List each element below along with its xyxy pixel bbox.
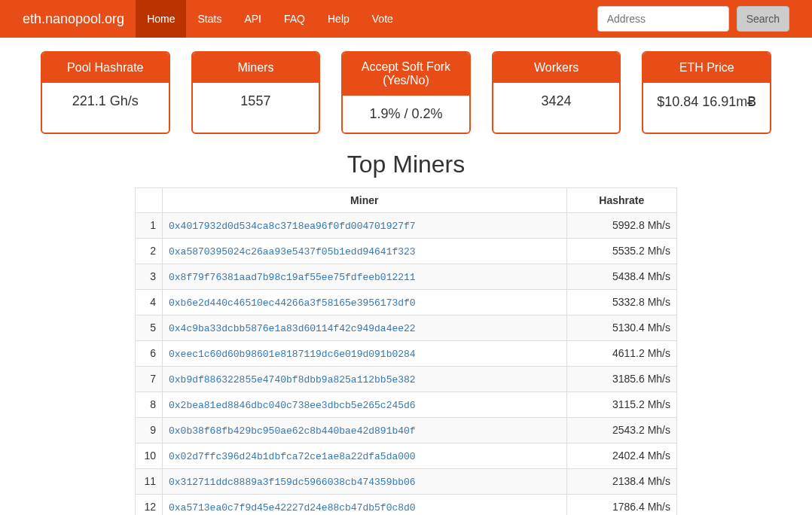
- miner-cell: 0xeec1c60d60b98601e8187119dc6e019d091b02…: [163, 340, 567, 366]
- hashrate-cell: 5438.4 Mh/s: [566, 264, 676, 289]
- table-row: 10x4017932d0d534ca8c3718ea96f0fd00470192…: [136, 212, 677, 238]
- nav-item-faq[interactable]: FAQ: [273, 0, 316, 38]
- table-row: 100x02d7ffc396d24b1dbfca72ce1ae8a22dfa5d…: [136, 443, 677, 468]
- table-header-row: Miner Hashrate: [136, 187, 677, 212]
- nav-link[interactable]: Vote: [361, 0, 404, 38]
- nav-item-vote[interactable]: Vote: [361, 0, 404, 38]
- stat-title: Workers: [493, 53, 620, 83]
- miner-link[interactable]: 0xa5713ea0c7f9d45e42227d24e88cb47db5f0c8…: [169, 502, 416, 513]
- rank-cell: 11: [136, 468, 163, 494]
- table-row: 50x4c9ba33dcbb5876e1a83d60114f42c949da4e…: [136, 315, 677, 340]
- nav-link[interactable]: Help: [316, 0, 361, 38]
- top-miners-table: Miner Hashrate 10x4017932d0d534ca8c3718e…: [135, 187, 677, 515]
- stat-title: Accept Soft Fork (Yes/No): [343, 53, 469, 96]
- hashrate-cell: 3185.6 Mh/s: [566, 366, 676, 392]
- search-button[interactable]: Search: [737, 6, 789, 32]
- miner-cell: 0x8f79f76381aad7b98c19af55ee75fdfeeb0122…: [163, 264, 567, 289]
- table-row: 90x0b38f68fb429bc950ae62c8b440bae42d891b…: [136, 417, 677, 443]
- rank-cell: 3: [136, 264, 163, 289]
- hashrate-cell: 4611.2 Mh/s: [566, 340, 676, 366]
- hashrate-cell: 2402.4 Mh/s: [566, 443, 676, 468]
- stat-value: 3424: [493, 83, 620, 120]
- col-miner: Miner: [163, 187, 567, 212]
- nav-right: Search: [597, 6, 801, 32]
- hashrate-cell: 5535.2 Mh/s: [566, 238, 676, 264]
- miner-link[interactable]: 0xb9df886322855e4740bf8dbb9a825a112bb5e3…: [169, 374, 416, 385]
- rank-cell: 5: [136, 315, 163, 340]
- hashrate-cell: 5992.8 Mh/s: [566, 212, 676, 238]
- miner-link[interactable]: 0x312711ddc8889a3f159dc5966038cb474359bb…: [169, 477, 416, 488]
- nav-link[interactable]: API: [233, 0, 273, 38]
- rank-cell: 10: [136, 443, 163, 468]
- stat-panel: Workers3424: [492, 51, 621, 134]
- table-row: 30x8f79f76381aad7b98c19af55ee75fdfeeb012…: [136, 264, 677, 289]
- navbar: eth.nanopool.org HomeStatsAPIFAQHelpVote…: [0, 0, 812, 38]
- rank-cell: 4: [136, 289, 163, 315]
- miner-cell: 0x0b38f68fb429bc950ae62c8b440bae42d891b4…: [163, 417, 567, 443]
- stat-value: 1557: [193, 83, 319, 120]
- stat-value: 221.1 Gh/s: [42, 83, 169, 120]
- table-row: 20xa5870395024c26aa93e5437f05b1edd94641f…: [136, 238, 677, 264]
- miner-cell: 0xb9df886322855e4740bf8dbb9a825a112bb5e3…: [163, 366, 567, 392]
- rank-cell: 7: [136, 366, 163, 392]
- table-row: 80x2bea81ed8846dbc040c738ee3dbcb5e265c24…: [136, 392, 677, 417]
- stats-row: Pool Hashrate221.1 Gh/sMiners1557Accept …: [41, 51, 771, 134]
- stat-title: Miners: [193, 53, 319, 83]
- stat-panel: Accept Soft Fork (Yes/No)1.9% / 0.2%: [341, 51, 471, 134]
- section-title: Top Miners: [41, 151, 771, 178]
- stat-value: $10.84 16.91mɃ: [643, 83, 770, 120]
- miner-cell: 0x2bea81ed8846dbc040c738ee3dbcb5e265c245…: [163, 392, 567, 417]
- nav-item-help[interactable]: Help: [316, 0, 361, 38]
- hashrate-cell: 5130.4 Mh/s: [566, 315, 676, 340]
- miner-cell: 0xa5713ea0c7f9d45e42227d24e88cb47db5f0c8…: [163, 494, 567, 515]
- rank-cell: 12: [136, 494, 163, 515]
- table-row: 60xeec1c60d60b98601e8187119dc6e019d091b0…: [136, 340, 677, 366]
- table-row: 110x312711ddc8889a3f159dc5966038cb474359…: [136, 468, 677, 494]
- table-row: 120xa5713ea0c7f9d45e42227d24e88cb47db5f0…: [136, 494, 677, 515]
- table-row: 70xb9df886322855e4740bf8dbb9a825a112bb5e…: [136, 366, 677, 392]
- hashrate-cell: 5332.8 Mh/s: [566, 289, 676, 315]
- miner-link[interactable]: 0x2bea81ed8846dbc040c738ee3dbcb5e265c245…: [169, 400, 416, 411]
- address-input[interactable]: [597, 6, 729, 32]
- miner-cell: 0x312711ddc8889a3f159dc5966038cb474359bb…: [163, 468, 567, 494]
- miner-cell: 0x4c9ba33dcbb5876e1a83d60114f42c949da4ee…: [163, 315, 567, 340]
- miner-link[interactable]: 0x4017932d0d534ca8c3718ea96f0fd004701927…: [169, 221, 416, 232]
- rank-cell: 1: [136, 212, 163, 238]
- hashrate-cell: 2138.4 Mh/s: [566, 468, 676, 494]
- stat-title: ETH Price: [643, 53, 770, 83]
- nav-list: HomeStatsAPIFAQHelpVote: [136, 0, 404, 38]
- nav-link[interactable]: FAQ: [273, 0, 316, 38]
- miner-link[interactable]: 0x02d7ffc396d24b1dbfca72ce1ae8a22dfa5da0…: [169, 451, 416, 462]
- stat-panel: ETH Price$10.84 16.91mɃ: [642, 51, 771, 134]
- nav-link[interactable]: Stats: [186, 0, 233, 38]
- miner-link[interactable]: 0xa5870395024c26aa93e5437f05b1edd94641f3…: [169, 246, 416, 258]
- miner-link[interactable]: 0x8f79f76381aad7b98c19af55ee75fdfeeb0122…: [169, 272, 416, 283]
- rank-cell: 6: [136, 340, 163, 366]
- stat-panel: Pool Hashrate221.1 Gh/s: [41, 51, 170, 134]
- rank-cell: 2: [136, 238, 163, 264]
- miner-cell: 0xa5870395024c26aa93e5437f05b1edd94641f3…: [163, 238, 567, 264]
- miner-link[interactable]: 0x0b38f68fb429bc950ae62c8b440bae42d891b4…: [169, 425, 416, 437]
- brand[interactable]: eth.nanopool.org: [11, 0, 136, 38]
- col-hashrate: Hashrate: [566, 187, 676, 212]
- miner-cell: 0x4017932d0d534ca8c3718ea96f0fd004701927…: [163, 212, 567, 238]
- stat-panel: Miners1557: [191, 51, 321, 134]
- nav-item-stats[interactable]: Stats: [186, 0, 233, 38]
- hashrate-cell: 1786.4 Mh/s: [566, 494, 676, 515]
- nav-item-api[interactable]: API: [233, 0, 273, 38]
- miner-cell: 0xb6e2d440c46510ec44266a3f58165e3956173d…: [163, 289, 567, 315]
- rank-cell: 9: [136, 417, 163, 443]
- miner-link[interactable]: 0x4c9ba33dcbb5876e1a83d60114f42c949da4ee…: [169, 323, 416, 334]
- stat-value: 1.9% / 0.2%: [343, 96, 469, 133]
- hashrate-cell: 2543.2 Mh/s: [566, 417, 676, 443]
- nav-link[interactable]: Home: [136, 0, 186, 38]
- main-container: Pool Hashrate221.1 Gh/sMiners1557Accept …: [29, 51, 783, 515]
- miner-link[interactable]: 0xb6e2d440c46510ec44266a3f58165e3956173d…: [169, 297, 416, 309]
- miner-link[interactable]: 0xeec1c60d60b98601e8187119dc6e019d091b02…: [169, 349, 416, 360]
- top-miners-table-wrap: Miner Hashrate 10x4017932d0d534ca8c3718e…: [135, 187, 677, 515]
- hashrate-cell: 3115.2 Mh/s: [566, 392, 676, 417]
- nav-item-home[interactable]: Home: [136, 0, 186, 38]
- stat-title: Pool Hashrate: [42, 53, 169, 83]
- table-row: 40xb6e2d440c46510ec44266a3f58165e3956173…: [136, 289, 677, 315]
- col-rank: [136, 187, 163, 212]
